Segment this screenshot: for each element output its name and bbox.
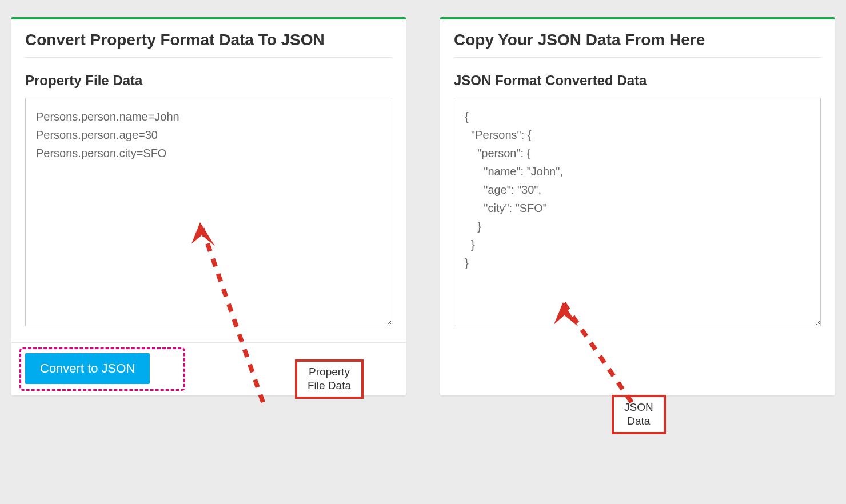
convert-card-header: Convert Property Format Data To JSON bbox=[11, 19, 406, 65]
convert-to-json-button[interactable]: Convert to JSON bbox=[25, 353, 150, 384]
output-card-header: Copy Your JSON Data From Here bbox=[440, 19, 835, 65]
output-card-body: JSON Format Converted Data bbox=[440, 65, 835, 342]
property-file-data-annotation: Property File Data bbox=[295, 359, 364, 399]
json-data-annotation: JSON Data bbox=[612, 395, 666, 434]
convert-card-title: Convert Property Format Data To JSON bbox=[25, 31, 392, 58]
main-container: Convert Property Format Data To JSON Pro… bbox=[11, 17, 835, 395]
output-card: Copy Your JSON Data From Here JSON Forma… bbox=[440, 17, 835, 395]
annotation-label-right: JSON Data bbox=[624, 401, 653, 427]
property-file-data-textarea[interactable] bbox=[25, 98, 392, 326]
convert-card: Convert Property Format Data To JSON Pro… bbox=[11, 17, 406, 395]
output-card-title: Copy Your JSON Data From Here bbox=[454, 31, 821, 58]
annotation-label-left: Property File Data bbox=[308, 366, 351, 392]
convert-card-body: Property File Data bbox=[11, 65, 406, 342]
property-file-data-label: Property File Data bbox=[25, 73, 392, 89]
json-output-textarea[interactable] bbox=[454, 98, 821, 326]
json-format-label: JSON Format Converted Data bbox=[454, 73, 821, 89]
